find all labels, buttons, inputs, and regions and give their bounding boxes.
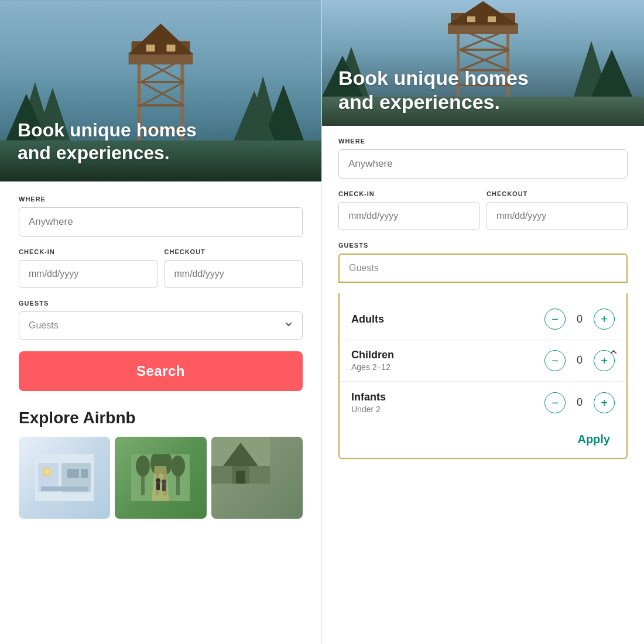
right-form-section: WHERE CHECK-IN CHECKOUT GUESTS Guests <box>322 126 644 644</box>
left-guests-select[interactable]: Guests <box>19 311 303 340</box>
svg-rect-29 <box>81 469 88 478</box>
left-panel: Book unique homes and experiences. WHERE… <box>0 0 322 644</box>
minus-icon: − <box>551 355 559 366</box>
left-checkout-input[interactable] <box>165 260 303 288</box>
plus-icon: + <box>601 355 608 366</box>
plus-icon: + <box>601 397 608 409</box>
right-hero: Book unique homes and experiences. <box>322 0 644 126</box>
right-hero-title: Book unique homes and experiences. <box>338 66 529 114</box>
right-date-row: CHECK-IN CHECKOUT <box>338 190 628 230</box>
plus-icon: + <box>601 313 608 325</box>
explore-thumb-2[interactable] <box>115 437 206 519</box>
right-where-label: WHERE <box>338 138 628 145</box>
right-checkin-label: CHECK-IN <box>338 190 479 197</box>
left-form-section: WHERE CHECK-IN CHECKOUT GUESTS Guests <box>0 181 321 644</box>
infants-label: Infants <box>351 391 544 403</box>
adults-minus-button[interactable]: − <box>544 309 566 330</box>
adults-plus-button[interactable]: + <box>594 309 615 330</box>
svg-marker-39 <box>152 466 169 501</box>
right-guests-select[interactable]: Guests <box>338 254 628 283</box>
children-sub: Ages 2–12 <box>351 362 544 372</box>
children-counter: − 0 + <box>544 350 615 371</box>
guests-dropdown: Adults − 0 + Children <box>338 293 628 459</box>
right-guests-value: Guests <box>349 263 379 273</box>
left-guests-label: GUESTS <box>19 300 303 307</box>
svg-rect-65 <box>488 16 496 22</box>
adults-row: Adults − 0 + <box>340 299 626 339</box>
children-minus-button[interactable]: − <box>544 350 566 371</box>
svg-point-40 <box>156 478 160 483</box>
right-checkin-col: CHECK-IN <box>338 190 479 230</box>
left-checkout-col: CHECKOUT <box>165 248 303 288</box>
apply-button[interactable]: Apply <box>573 430 615 448</box>
right-checkout-label: CHECKOUT <box>487 190 628 197</box>
left-where-label: WHERE <box>19 196 303 203</box>
left-hero: Book unique homes and experiences. <box>0 0 321 181</box>
adults-count: 0 <box>575 313 584 326</box>
right-checkout-col: CHECKOUT <box>487 190 628 230</box>
explore-thumb-3[interactable] <box>211 437 303 519</box>
svg-rect-64 <box>467 16 475 22</box>
left-date-row: CHECK-IN CHECKOUT <box>19 248 303 288</box>
infants-row: Infants Under 2 − 0 + <box>340 381 626 423</box>
left-checkin-col: CHECK-IN <box>19 248 157 288</box>
children-count: 0 <box>575 354 584 366</box>
svg-point-27 <box>44 469 50 475</box>
left-checkin-input[interactable] <box>19 260 157 288</box>
left-checkin-label: CHECK-IN <box>19 248 157 255</box>
infants-plus-button[interactable]: + <box>594 392 615 413</box>
right-checkin-input[interactable] <box>338 202 479 230</box>
left-guests-wrapper: Guests <box>19 311 303 340</box>
children-type: Children Ages 2–12 <box>351 349 544 372</box>
svg-rect-43 <box>162 484 166 491</box>
svg-point-32 <box>136 455 150 477</box>
explore-thumb-1[interactable] <box>19 437 110 519</box>
infants-counter: − 0 + <box>544 392 615 413</box>
right-guests-label: GUESTS <box>338 242 628 249</box>
svg-point-42 <box>162 479 166 484</box>
adults-label: Adults <box>351 313 544 326</box>
right-guests-wrapper: Guests Adults − 0 <box>338 254 628 459</box>
explore-title: Explore Airbnb <box>19 409 303 427</box>
search-button[interactable]: Search <box>19 351 303 391</box>
children-row: Children Ages 2–12 − 0 + <box>340 339 626 381</box>
adults-counter: − 0 + <box>544 309 615 330</box>
right-hero-bg: Book unique homes and experiences. <box>322 0 644 126</box>
infants-count: 0 <box>575 396 584 409</box>
right-checkout-input[interactable] <box>487 202 628 230</box>
children-label: Children <box>351 349 544 361</box>
adults-type: Adults <box>351 313 544 326</box>
explore-images <box>19 437 303 519</box>
left-hero-title: Book unique homes and experiences. <box>18 119 197 164</box>
svg-rect-18 <box>166 44 175 52</box>
svg-rect-25 <box>41 487 88 491</box>
svg-rect-28 <box>67 469 79 478</box>
left-checkout-label: CHECKOUT <box>165 248 303 255</box>
infants-minus-button[interactable]: − <box>544 392 566 413</box>
left-hero-bg: Book unique homes and experiences. <box>0 0 321 181</box>
left-where-input[interactable] <box>19 207 303 237</box>
children-plus-button[interactable]: + <box>594 350 615 371</box>
infants-type: Infants Under 2 <box>351 391 544 414</box>
svg-rect-17 <box>146 44 155 52</box>
right-where-input[interactable] <box>338 149 628 179</box>
left-guests-value: Guests <box>29 320 59 331</box>
svg-rect-48 <box>236 471 245 484</box>
apply-row: Apply <box>340 423 626 452</box>
minus-icon: − <box>551 397 559 409</box>
minus-icon: − <box>551 313 559 325</box>
svg-point-36 <box>171 455 185 477</box>
infants-sub: Under 2 <box>351 405 544 414</box>
right-panel: Book unique homes and experiences. WHERE… <box>322 0 644 644</box>
svg-rect-41 <box>156 483 160 490</box>
